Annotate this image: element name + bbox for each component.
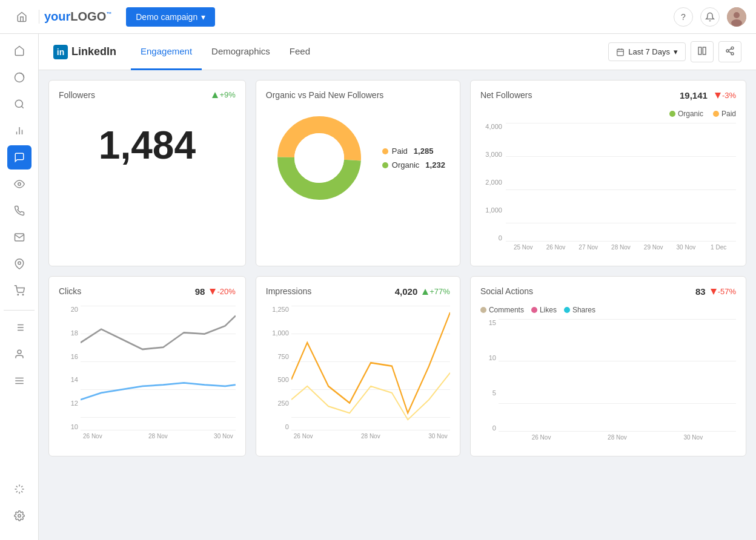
notification-button[interactable] bbox=[700, 7, 720, 27]
x-axis: 26 Nov 28 Nov 30 Nov bbox=[81, 430, 236, 445]
clicks-title: Clicks bbox=[59, 286, 81, 296]
demo-campaign-button[interactable]: Demo campaign ▾ bbox=[126, 7, 215, 27]
clicks-badge: -20% bbox=[210, 287, 235, 296]
clicks-chart: 20 18 16 14 12 10 bbox=[59, 306, 236, 445]
paid-value: 1,285 bbox=[414, 147, 434, 156]
x-axis: 26 Nov 28 Nov 30 Nov bbox=[291, 430, 450, 445]
followers-title: Followers bbox=[59, 90, 95, 100]
social-actions-badge: -57% bbox=[711, 287, 736, 296]
bar-chart-area: 4,000 3,000 2,000 1,000 0 bbox=[480, 123, 736, 256]
sidebar-item-messages[interactable] bbox=[7, 145, 31, 170]
sub-nav-tabs: Engagement Demographics Feed bbox=[131, 34, 320, 70]
sidebar-item-search[interactable] bbox=[7, 92, 31, 116]
donut-container: Paid 1,285 Organic 1,232 bbox=[266, 105, 450, 211]
impressions-value: 4,020 bbox=[395, 286, 418, 297]
help-button[interactable]: ? bbox=[674, 7, 693, 27]
net-followers-legend: Organic Paid bbox=[480, 110, 736, 118]
sidebar-item-calls[interactable] bbox=[7, 199, 31, 223]
svg-line-33 bbox=[729, 51, 732, 53]
clicks-value: 98 bbox=[195, 286, 205, 297]
svg-point-12 bbox=[22, 294, 24, 295]
net-followers-title: Net Followers bbox=[480, 90, 532, 100]
svg-rect-29 bbox=[703, 47, 706, 54]
sidebar-item-user[interactable] bbox=[7, 342, 31, 366]
clicks-card: Clicks 98 -20% 20 18 16 14 12 10 bbox=[48, 276, 246, 456]
user-avatar[interactable] bbox=[727, 7, 746, 27]
followers-value: 1,484 bbox=[59, 105, 236, 186]
sidebar-item-location[interactable] bbox=[7, 252, 31, 276]
top-nav-right: ? bbox=[674, 7, 746, 27]
y-axis: 4,000 3,000 2,000 1,000 0 bbox=[480, 123, 506, 256]
svg-point-38 bbox=[294, 133, 344, 183]
net-followers-chart: Organic Paid 4,000 3,000 2,000 1,000 0 bbox=[480, 105, 736, 256]
impressions-badge: +77% bbox=[422, 287, 450, 296]
sidebar-item-analytics[interactable] bbox=[7, 65, 31, 90]
donut-chart bbox=[271, 110, 368, 206]
logo-area: yourLOGO™ bbox=[39, 10, 111, 24]
dashboard: Followers +9% 1,484 Organic vs Paid New … bbox=[39, 70, 756, 466]
net-followers-header: Net Followers 19,141 -3% bbox=[480, 90, 736, 105]
net-followers-card: Net Followers 19,141 -3% Organic bbox=[470, 80, 746, 266]
organic-legend-item: Organic bbox=[669, 110, 703, 118]
sub-nav-right: Last 7 Days ▾ bbox=[608, 41, 741, 62]
impressions-chart-area: 26 Nov 28 Nov 30 Nov bbox=[291, 306, 450, 445]
date-filter-button[interactable]: Last 7 Days ▾ bbox=[608, 42, 686, 61]
platform-name: LinkedIn bbox=[71, 45, 116, 58]
net-followers-badge: -3% bbox=[715, 91, 736, 100]
tab-feed[interactable]: Feed bbox=[280, 35, 320, 70]
x-axis: 26 Nov 28 Nov 30 Nov bbox=[499, 432, 736, 446]
social-actions-title: Social Actions bbox=[480, 286, 533, 296]
svg-point-11 bbox=[18, 294, 19, 295]
social-chart-area: 26 Nov 28 Nov 30 Nov bbox=[499, 319, 736, 446]
organic-dot bbox=[382, 162, 388, 168]
share-button[interactable] bbox=[718, 41, 741, 62]
tab-demographics[interactable]: Demographics bbox=[202, 35, 280, 70]
svg-marker-39 bbox=[715, 93, 721, 99]
organic-legend: Organic 1,232 bbox=[382, 160, 445, 170]
svg-point-32 bbox=[731, 53, 734, 55]
bars-area: 25 Nov 26 Nov 27 Nov 28 Nov 29 Nov 30 No… bbox=[506, 123, 736, 256]
net-followers-value: 19,141 bbox=[680, 90, 708, 100]
sidebar-item-menu[interactable] bbox=[7, 369, 31, 393]
paid-legend: Paid 1,285 bbox=[382, 147, 445, 156]
columns-button[interactable] bbox=[691, 41, 714, 62]
organic-paid-header: Organic vs Paid New Followers bbox=[266, 90, 450, 105]
clicks-header: Clicks 98 -20% bbox=[59, 286, 236, 301]
y-axis: 20 18 16 14 12 10 bbox=[59, 306, 81, 445]
impressions-title: Impressions bbox=[266, 286, 311, 296]
svg-rect-28 bbox=[698, 47, 701, 54]
home-icon[interactable] bbox=[10, 5, 34, 29]
svg-point-10 bbox=[18, 262, 21, 265]
svg-marker-40 bbox=[210, 289, 216, 295]
social-actions-value: 83 bbox=[695, 286, 706, 297]
svg-point-19 bbox=[18, 350, 21, 354]
sidebar-item-home[interactable] bbox=[7, 39, 31, 63]
sidebar-item-email[interactable] bbox=[7, 225, 31, 249]
clicks-chart-area: 26 Nov 28 Nov 30 Nov bbox=[81, 306, 236, 445]
y-axis: 15 10 5 0 bbox=[480, 319, 499, 446]
main-content: in LinkedIn Engagement Demographics Feed… bbox=[39, 34, 756, 466]
svg-point-2 bbox=[731, 19, 742, 27]
followers-badge: +9% bbox=[212, 90, 235, 99]
sidebar-item-lists[interactable] bbox=[7, 315, 31, 340]
sidebar-item-visibility[interactable] bbox=[7, 172, 31, 196]
svg-point-31 bbox=[726, 50, 729, 52]
impressions-header: Impressions 4,020 +77% bbox=[266, 286, 450, 301]
svg-point-30 bbox=[731, 47, 734, 49]
donut-legend: Paid 1,285 Organic 1,232 bbox=[382, 147, 445, 170]
sidebar-item-commerce[interactable] bbox=[7, 278, 31, 303]
tab-engagement[interactable]: Engagement bbox=[131, 35, 202, 70]
left-sidebar bbox=[0, 34, 39, 466]
social-legend: Comments Likes Shares bbox=[480, 306, 736, 314]
impressions-svg bbox=[291, 306, 450, 430]
svg-marker-42 bbox=[711, 289, 717, 295]
social-actions-header: Social Actions 83 -57% bbox=[480, 286, 736, 301]
svg-line-34 bbox=[729, 48, 732, 50]
y-axis: 1,250 1,000 750 500 250 0 bbox=[266, 306, 291, 445]
social-actions-card: Social Actions 83 -57% Comments Lik bbox=[470, 276, 746, 456]
svg-line-5 bbox=[21, 106, 23, 108]
bars-row bbox=[506, 123, 736, 242]
sidebar-item-reports[interactable] bbox=[7, 119, 31, 143]
organic-paid-card: Organic vs Paid New Followers Paid 1,285 bbox=[256, 80, 460, 266]
svg-rect-24 bbox=[617, 49, 624, 56]
